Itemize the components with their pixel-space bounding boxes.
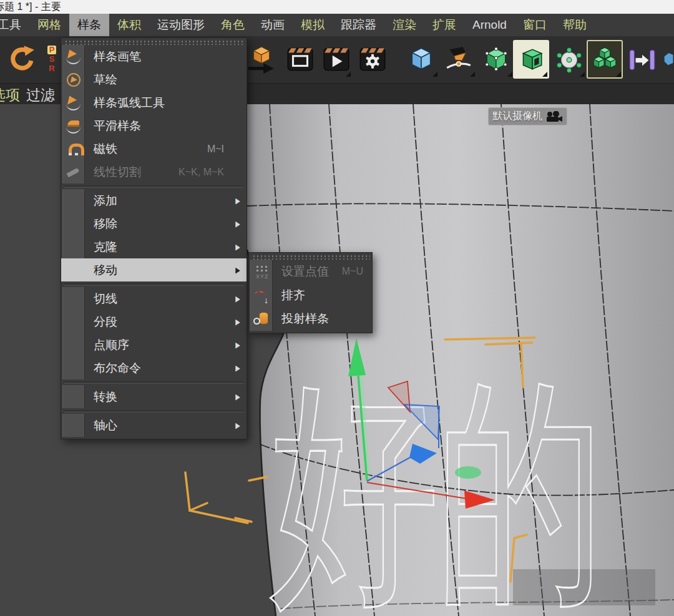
viewport-filter-menu[interactable]: 过滤	[26, 86, 55, 104]
menubar-item-tracker[interactable]: 跟踪器	[333, 14, 384, 36]
menubar-item-spline[interactable]: 样条	[69, 14, 109, 36]
viewport-options-menu[interactable]: 选项	[0, 86, 20, 104]
menubar-item-volume[interactable]: 体积	[109, 14, 149, 36]
render-view-icon	[286, 45, 315, 74]
project-spline-icon	[253, 311, 270, 327]
snap-align-icon	[628, 45, 657, 74]
render-picture-viewer-icon	[322, 45, 351, 74]
menu-item-line-cut: 线性切割 K~K, M~K	[61, 160, 247, 183]
menubar-item-mesh[interactable]: 网格	[29, 14, 69, 36]
menu-item-clone[interactable]: 克隆	[61, 235, 247, 258]
camera-label-text: 默认摄像机	[492, 110, 542, 123]
make-editable-button[interactable]	[247, 40, 276, 79]
menu-tearoff-strip[interactable]	[63, 39, 245, 45]
menu-item-sketch[interactable]: 草绘	[61, 68, 247, 91]
menubar-item-arnold[interactable]: Arnold	[464, 14, 515, 36]
menu-item-boole-command[interactable]: 布尔命令	[61, 356, 247, 379]
menu-item-point-order[interactable]: 点顺序	[61, 333, 247, 356]
psr-r-label: R	[49, 64, 54, 73]
menu-item-spline-arc-tool[interactable]: 样条弧线工具	[61, 91, 247, 114]
plane-handle-green[interactable]	[455, 466, 481, 479]
rotate-tool-icon	[6, 44, 36, 74]
sphere-deformer-icon	[555, 45, 584, 74]
psr-p-label: P	[47, 46, 57, 54]
render-settings-icon	[358, 45, 387, 74]
menu-item-tangent[interactable]: 切线	[61, 287, 247, 310]
snap-align-button[interactable]	[625, 40, 659, 79]
menu-separator	[62, 408, 245, 414]
menu-item-convert[interactable]: 转换	[61, 385, 247, 408]
menubar-item-tools[interactable]: 工具	[0, 14, 29, 36]
spline-pen-tool-button[interactable]	[441, 40, 477, 79]
partial-blue-icon	[663, 45, 674, 74]
menu-bar: 工具 网格 样条 体积 运动图形 角色 动画 模拟 跟踪器 渲染 扩展 Arno…	[0, 14, 674, 36]
menu-item-add[interactable]: 添加	[61, 189, 247, 212]
menubar-item-extensions[interactable]: 扩展	[424, 14, 464, 36]
sketch-icon	[66, 72, 82, 88]
menu-separator	[62, 379, 245, 385]
psr-s-label: S	[49, 55, 55, 64]
subdivision-surface-icon	[482, 45, 510, 74]
submenu-item-align[interactable]: 排齐	[249, 283, 372, 307]
window-title: 标题 1 *] - 主要	[0, 0, 61, 13]
render-view-button[interactable]	[284, 40, 316, 79]
rotate-tool-button[interactable]	[1, 40, 40, 79]
menu-item-move[interactable]: 移动	[61, 258, 247, 281]
move-submenu-panel: XYZ 设置点值 M~U 排齐 投射样条	[248, 252, 373, 333]
cube-primitive-icon	[407, 45, 436, 74]
extrude-generator-button[interactable]	[513, 40, 549, 79]
subdivision-surface-button[interactable]	[478, 40, 514, 79]
set-point-value-icon: XYZ	[253, 263, 270, 280]
cloner-button[interactable]	[587, 40, 623, 79]
partial-blue-button[interactable]	[663, 40, 674, 79]
menubar-item-character[interactable]: 角色	[213, 14, 253, 36]
menu-item-remove[interactable]: 移除	[61, 212, 247, 235]
camera-icon	[545, 111, 563, 122]
submenu-item-set-point-value: XYZ 设置点值 M~U	[249, 260, 372, 283]
menubar-item-mograph[interactable]: 运动图形	[149, 14, 213, 36]
window-title-bar: 标题 1 *] - 主要	[0, 0, 674, 14]
spline-text[interactable]: 好的	[270, 353, 602, 616]
extrude-generator-icon	[517, 45, 545, 74]
camera-label[interactable]: 默认摄像机	[488, 107, 567, 125]
menu-item-smooth-spline[interactable]: 平滑样条	[61, 114, 247, 137]
make-editable-icon	[247, 44, 276, 74]
submenu-tearoff-strip[interactable]	[251, 254, 370, 260]
smooth-spline-icon	[66, 118, 82, 134]
sphere-deformer-button[interactable]	[552, 40, 587, 79]
magnet-icon	[66, 141, 82, 157]
render-picture-viewer-button[interactable]	[320, 40, 353, 79]
psr-button[interactable]: P S R	[41, 40, 62, 79]
menu-item-axis[interactable]: 轴心	[61, 414, 247, 437]
menubar-item-simulate[interactable]: 模拟	[293, 14, 333, 36]
render-settings-button[interactable]	[356, 40, 389, 79]
menubar-item-animate[interactable]: 动画	[253, 14, 293, 36]
align-points-icon	[253, 287, 270, 303]
spline-pen-tool-icon	[444, 45, 473, 74]
spline-menu-panel: 样条画笔 草绘 样条弧线工具 平滑样条 磁铁 M~I 线性切割 K~K, M~K…	[61, 37, 247, 439]
cloner-icon	[590, 45, 619, 74]
menubar-item-render[interactable]: 渲染	[384, 14, 424, 36]
menubar-item-help[interactable]: 帮助	[555, 14, 595, 36]
line-cut-icon	[66, 164, 82, 180]
menubar-item-window[interactable]: 窗口	[515, 14, 555, 36]
menu-item-spline-pen[interactable]: 样条画笔	[61, 45, 247, 68]
submenu-item-project-spline[interactable]: 投射样条	[249, 307, 372, 331]
menu-item-segment[interactable]: 分段	[61, 310, 247, 333]
menu-separator	[62, 183, 245, 189]
spline-arc-icon	[66, 95, 82, 111]
cube-primitive-button[interactable]	[403, 40, 439, 79]
menu-separator	[62, 281, 245, 287]
spline-pen-icon	[66, 49, 82, 65]
menu-item-magnet[interactable]: 磁铁 M~I	[61, 137, 247, 160]
